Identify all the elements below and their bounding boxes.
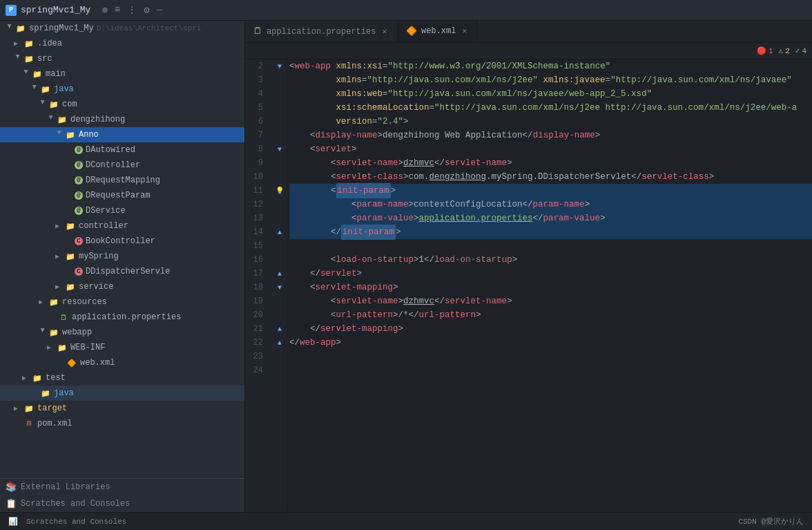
tree-item-resources[interactable]: ▶ 📁 resources [0,294,244,310]
tag-8: servlet [316,142,352,156]
anno-arrow: ▶ [55,131,64,139]
tree-item-DRequestParam[interactable]: @ DRequestParam [0,188,244,203]
gutter-fold-14[interactable]: ▲ [273,225,287,239]
tree-item-service[interactable]: ▶ 📁 service [0,279,244,294]
gutter-fold-22[interactable]: ▲ [273,336,287,350]
tree-item-dengzhihong[interactable]: ▶ 📁 dengzhihong [0,112,244,127]
bracket-22b: > [336,336,342,350]
tag-11: init-param [336,183,391,198]
val-5: "http://java.sun.com/xml/ns/j2ee http://… [434,101,797,115]
bracket-10d: > [709,170,715,184]
val-3b: "http://java.sun.com/xml/ns/javaee" [610,73,792,87]
tab-web-xml[interactable]: 🔶 web.xml ✕ [398,21,478,42]
dengzhihong-label: dengzhihong [70,115,125,124]
tree-item-target[interactable]: ▶ 📁 target [0,401,244,416]
DRequestParam-icon: @ [75,191,83,200]
external-libraries-item[interactable]: 📚 External Libraries [0,479,244,495]
tree-item-webinf[interactable]: ▶ 📁 WEB-INF [0,340,244,355]
gutter-fold-8[interactable]: ▼ [273,142,287,156]
tree-item-anno[interactable]: ▶ 📁 Anno [0,127,244,142]
gutter-6 [273,115,287,129]
ln8: 8 [245,142,267,156]
indent-21 [289,322,310,336]
tag-12a: param-name [357,198,409,211]
file-tree[interactable]: ▶ 📁 springMvc1_My D:\ideas\Architect\spr… [0,21,244,478]
indent-8 [289,142,310,156]
tree-item-webapp[interactable]: ▶ 📁 webapp [0,325,244,340]
tag-19a: servlet-name [336,294,398,308]
gutter-lightbulb-11[interactable]: 💡 [273,184,287,198]
tree-root[interactable]: ▶ 📁 springMvc1_My D:\ideas\Architect\spr… [0,21,244,36]
bracket-7c: </ [523,129,533,142]
tree-item-main[interactable]: ▶ 📁 main [0,66,244,82]
tree-item-controller[interactable]: ▶ 📁 controller [0,218,244,234]
DAutowired-icon: @ [75,146,83,154]
bracket-4: = [383,87,388,101]
project-title: springMvc1_My [21,5,90,15]
tree-item-BookController[interactable]: C BookController [0,234,244,249]
tree-item-test[interactable]: ▶ 📁 test [0,370,244,386]
code-line-15 [289,239,812,253]
tag-19b: servlet-name [445,294,507,308]
bracket-6a: = [372,115,378,129]
text-2a [331,59,336,73]
code-line-18: <servlet-mapping> [289,281,812,294]
chart-icon: 📊 [8,517,18,526]
bracket-8a: < [310,142,316,156]
test-arrow: ▶ [22,374,30,382]
tree-item-DController[interactable]: @ DController [0,158,244,173]
bracket-9b: > [398,156,404,170]
code-line-21: </servlet-mapping> [289,322,812,336]
tab-application-properties[interactable]: 🗒 application.properties ✕ [245,21,398,42]
tree-item-DRequestMapping[interactable]: @ DRequestMapping [0,173,244,188]
tree-item-DAutowired[interactable]: @ DAutowired [0,142,244,158]
tree-item-mySpring[interactable]: ▶ 📁 mySpring [0,249,244,264]
xml-tab-label: web.xml [421,26,456,36]
tree-item-java-test[interactable]: 📁 java [0,386,244,401]
info-badge: ✓ 4 [795,46,806,55]
xml-tab-close[interactable]: ✕ [460,26,469,36]
tree-item-pom[interactable]: m pom.xml [0,416,244,431]
diff-icon[interactable]: ⋮ [127,4,137,16]
scratches-item[interactable]: 📋 Scratches and Consoles [0,495,244,512]
gutter-fold-17[interactable]: ▲ [273,267,287,281]
idea-icon: 📁 [23,38,35,49]
DService-label: DService [86,206,126,216]
gutter-fold-18[interactable]: ▼ [273,281,287,294]
tree-item-webxml[interactable]: 🔶 web.xml [0,355,244,370]
tree-item-src[interactable]: ▶ 📁 src [0,51,244,66]
text-19: dzhmvc [403,294,434,308]
nav-icon[interactable]: ⊕ [102,4,107,16]
tree-item-java[interactable]: ▶ 📁 java [0,82,244,97]
bracket-7a: < [310,129,316,142]
indent-17 [289,267,310,281]
minimize-icon[interactable]: — [157,4,162,16]
tree-item-app-props[interactable]: 🗒 application.properties [0,310,244,325]
bracket-20c: </ [409,308,419,322]
error-count: 1 [768,47,773,55]
attr-6: version [336,115,373,129]
tree-item-com[interactable]: ▶ 📁 com [0,97,244,112]
dengzhihong-arrow: ▶ [47,115,55,124]
code-line-7: <display-name>dengzhihong Web Applicatio… [289,129,812,142]
text-13: application.properties [419,211,533,225]
text-10c: .mySpring.DDispatcherServlet [486,170,631,184]
tree-item-idea[interactable]: ▶ 📁 .idea [0,36,244,51]
BookController-arrow [65,237,73,245]
tree-item-DService[interactable]: @ DService [0,203,244,218]
idea-label: .idea [37,39,62,48]
tree-item-DDispatcherServle[interactable]: C DDispatcherServle [0,264,244,279]
gutter-fold-21[interactable]: ▲ [273,322,287,336]
main-arrow: ▶ [22,70,30,78]
code-editor[interactable]: 2 3 4 5 6 7 8 9 10 11 12 13 14 15 16 17 … [245,59,812,512]
bracket-2a: < [289,59,295,73]
bracket-20b: > [393,308,398,322]
code-content[interactable]: <web-app xmlns:xsi="http://www.w3.org/20… [287,59,812,512]
props-tab-close[interactable]: ✕ [380,26,389,37]
anno-label: Anno [79,130,99,140]
controller-arrow: ▶ [55,222,64,230]
structure-icon[interactable]: ≡ [115,4,120,16]
webxml-label: web.xml [80,358,115,368]
settings-icon[interactable]: ⚙ [144,4,149,16]
gutter-fold-2[interactable]: ▼ [273,59,287,73]
